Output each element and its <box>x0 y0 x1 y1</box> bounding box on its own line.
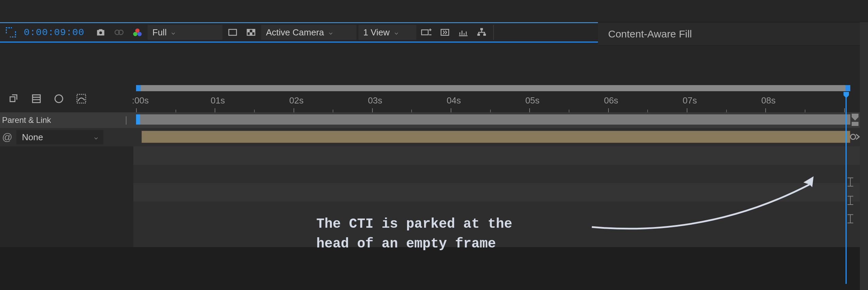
svg-point-5 <box>137 32 142 36</box>
svg-point-19 <box>851 134 856 140</box>
tick-label: :00s <box>132 95 149 106</box>
tick-label: 04s <box>447 95 461 106</box>
navigator-start-handle[interactable] <box>136 85 141 91</box>
preview-toolbar: 0:00:09:00 Full ⌵ Active Camera ⌵ 1 View… <box>0 22 598 43</box>
toolbar-divider <box>493 25 494 40</box>
ibeam-marker-icon: 𝙸 <box>846 211 855 227</box>
empty-row <box>0 146 860 165</box>
svg-rect-6 <box>229 29 237 35</box>
parent-pickwhip-icon[interactable]: @ <box>2 131 12 143</box>
tick-label: 01s <box>211 95 225 106</box>
column-divider-icon[interactable]: │ <box>124 116 129 124</box>
checker-icon[interactable] <box>243 24 259 41</box>
tick-label: 02s <box>289 95 304 106</box>
panel-caf-label: Content-Aware Fill <box>608 28 692 40</box>
svg-rect-16 <box>33 95 40 103</box>
svg-point-17 <box>55 95 63 103</box>
comp-end-marker-icon <box>851 114 859 126</box>
work-area-bar[interactable] <box>136 114 850 125</box>
svg-rect-18 <box>77 94 86 103</box>
ibeam-marker-icon: 𝙸 <box>846 193 855 208</box>
annotation-text: The CTI is parked at the head of an empt… <box>316 214 512 254</box>
tick-label: 05s <box>525 95 539 106</box>
snapshot-icon[interactable] <box>93 24 109 41</box>
annotation-line2: head of an empty frame <box>316 234 512 254</box>
show-snapshot-icon <box>111 24 127 41</box>
views-label: 1 View <box>363 27 390 38</box>
timeline-header: :00s 01s 02s 03s 04s 05s 06s 07s 08s <box>0 85 860 112</box>
work-area-track[interactable] <box>133 112 860 128</box>
motion-blur-icon[interactable] <box>52 92 66 106</box>
parent-link-row: Parent & Link │ <box>0 112 860 128</box>
tick-label: 07s <box>683 95 697 106</box>
cti-playhead-icon[interactable] <box>842 91 850 99</box>
svg-rect-15 <box>483 34 486 36</box>
layer-duration-bar[interactable] <box>141 131 850 143</box>
layer-row: @ None ⌵ <box>0 128 860 146</box>
timeline-header-controls <box>0 85 133 112</box>
blend-mode-icon[interactable] <box>7 92 21 106</box>
tick-label: 06s <box>604 95 618 106</box>
preview-panel-strip <box>0 0 868 22</box>
work-area-start-handle[interactable] <box>136 114 140 125</box>
annotation-line1: The CTI is parked at the <box>316 214 512 234</box>
chevron-down-icon: ⌵ <box>329 29 333 36</box>
track-matte-icon[interactable] <box>29 92 44 106</box>
svg-rect-10 <box>250 32 252 35</box>
chevron-down-icon: ⌵ <box>395 29 398 36</box>
parent-dropdown-label: None <box>22 132 43 143</box>
flowchart-icon[interactable] <box>473 24 490 41</box>
svg-rect-9 <box>252 29 255 32</box>
svg-point-0 <box>99 31 102 34</box>
chevron-down-icon: ⌵ <box>94 133 98 141</box>
svg-rect-13 <box>480 28 483 30</box>
channel-icon[interactable] <box>129 24 146 41</box>
fast-preview-icon[interactable] <box>437 24 453 41</box>
time-ruler[interactable]: :00s 01s 02s 03s 04s 05s 06s 07s 08s <box>133 85 860 112</box>
svg-rect-8 <box>247 29 250 32</box>
panel-gap <box>0 43 860 85</box>
timeline-icon[interactable] <box>455 24 471 41</box>
chevron-down-icon: ⌵ <box>171 29 175 36</box>
pixel-aspect-icon[interactable] <box>418 24 435 41</box>
tick-label: 03s <box>368 95 382 106</box>
tick-label: 08s <box>761 95 775 106</box>
camera-select[interactable]: Active Camera ⌵ <box>261 25 356 40</box>
parent-link-label: Parent & Link <box>2 115 51 125</box>
resolution-label: Full <box>152 27 167 38</box>
right-scrollbar[interactable] <box>860 0 868 290</box>
panel-content-aware-fill[interactable]: Content-Aware Fill <box>598 23 860 46</box>
camera-label: Active Camera <box>266 27 324 38</box>
svg-point-4 <box>133 32 138 36</box>
transparency-grid-icon[interactable] <box>224 24 241 41</box>
svg-rect-11 <box>421 30 428 35</box>
svg-rect-14 <box>478 34 480 36</box>
current-timecode[interactable]: 0:00:09:00 <box>21 27 90 38</box>
parent-link-header: Parent & Link │ <box>0 112 133 128</box>
parent-dropdown[interactable]: None ⌵ <box>16 130 103 144</box>
region-of-interest-icon[interactable] <box>3 24 19 41</box>
ibeam-marker-icon: 𝙸 <box>846 174 855 190</box>
empty-row <box>0 165 860 183</box>
navigator-end-handle[interactable] <box>846 85 850 91</box>
resolution-select[interactable]: Full ⌵ <box>148 25 222 40</box>
layer-switches-icon[interactable] <box>849 131 861 143</box>
time-ticks: :00s 01s 02s 03s 04s 05s 06s 07s 08s <box>136 93 850 112</box>
graph-editor-icon[interactable] <box>74 92 88 106</box>
current-time-indicator[interactable] <box>846 93 847 284</box>
layer-controls: @ None ⌵ <box>0 128 133 146</box>
time-navigator[interactable] <box>136 85 850 91</box>
layer-track[interactable] <box>133 128 860 146</box>
views-select[interactable]: 1 View ⌵ <box>358 25 416 40</box>
empty-row <box>0 183 860 202</box>
